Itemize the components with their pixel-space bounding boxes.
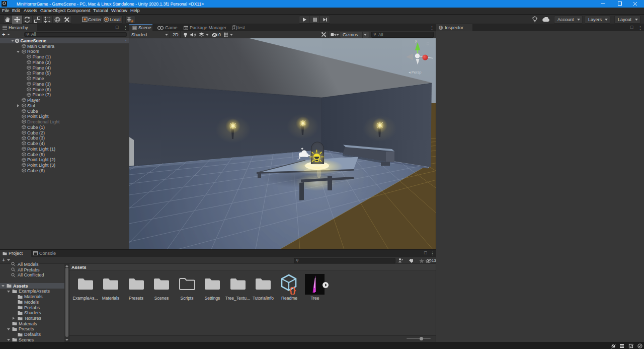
svg-text:y: y	[415, 38, 417, 43]
svg-text:{}: {}	[289, 286, 296, 295]
svg-text:◂ Persp: ◂ Persp	[409, 70, 421, 75]
svg-text:□: □	[427, 41, 429, 46]
